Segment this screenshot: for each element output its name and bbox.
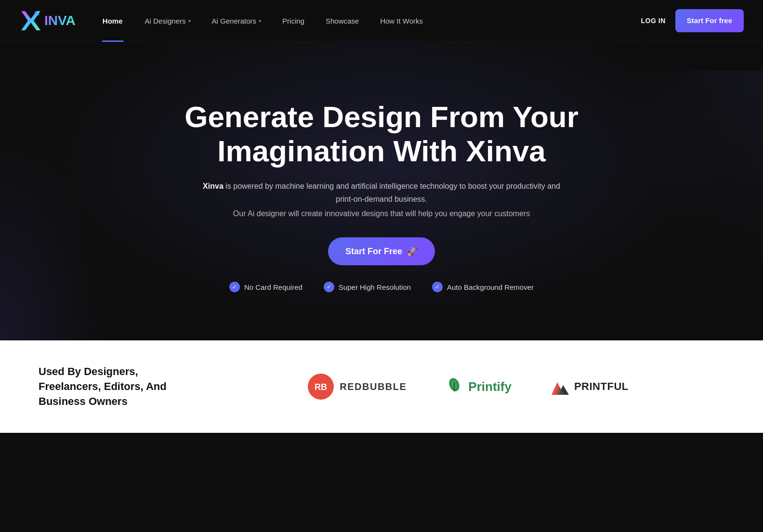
redbubble-icon: RB [308, 374, 334, 400]
nav-item-pricing[interactable]: Pricing [272, 0, 315, 42]
badge-high-res-text: Super High Resolution [339, 283, 411, 291]
hero-brand-name: Xinva [203, 182, 224, 190]
badge-high-res: ✓ Super High Resolution [324, 282, 411, 292]
badge-bg-remover: ✓ Auto Background Remover [432, 282, 534, 292]
partner-printify: Printify [445, 377, 512, 396]
hero-title: Generate Design From Your Imagination Wi… [165, 100, 598, 169]
partners-heading: Used By Designers, Freelancers, Editors,… [39, 364, 173, 409]
hero-subtitle-text: is powered by machine learning and artif… [224, 182, 560, 203]
printify-name: Printify [468, 379, 512, 394]
nav-item-how-it-works[interactable]: How It Works [369, 0, 434, 42]
printify-logo-svg [446, 378, 463, 395]
printify-icon [445, 377, 463, 396]
chevron-down-icon: ▾ [259, 18, 261, 24]
partners-section: Used By Designers, Freelancers, Editors,… [0, 340, 763, 433]
hero-badges: ✓ No Card Required ✓ Super High Resoluti… [229, 282, 534, 292]
partner-printful: PRINTFUL [550, 377, 629, 396]
nav-item-ai-generators[interactable]: Ai Generators ▾ [201, 0, 272, 42]
check-icon-no-card: ✓ [229, 282, 240, 292]
badge-bg-remover-text: Auto Background Remover [447, 283, 534, 291]
svg-text:RB: RB [315, 382, 327, 392]
hero-cta-button[interactable]: Start For Free 🚀 [328, 237, 435, 265]
redbubble-logo-svg: RB [314, 379, 328, 394]
partners-logos: RB REDBUBBLE Printify [212, 374, 724, 400]
hero-section: Generate Design From Your Imagination Wi… [0, 42, 763, 340]
partner-redbubble: RB REDBUBBLE [308, 374, 407, 400]
hero-deco-right [628, 71, 763, 273]
nav-links: Home Ai Designers ▾ Ai Generators ▾ Pric… [91, 0, 631, 42]
hero-deco-left [0, 124, 106, 340]
login-button[interactable]: LOG IN [631, 17, 675, 25]
printful-icon [550, 377, 569, 396]
start-free-button[interactable]: Start For free [675, 9, 744, 32]
nav-item-home[interactable]: Home [91, 0, 134, 42]
redbubble-name: REDBUBBLE [340, 381, 407, 392]
rocket-icon: 🚀 [407, 246, 418, 257]
navbar: INVA Home Ai Designers ▾ Ai Generators ▾… [0, 0, 763, 42]
svg-point-2 [35, 11, 37, 13]
nav-item-showcase[interactable]: Showcase [315, 0, 369, 42]
svg-point-1 [36, 13, 39, 15]
logo-text: INVA [44, 13, 76, 28]
printful-name: PRINTFUL [574, 380, 629, 393]
logo-icon [19, 9, 42, 32]
printful-logo-svg [551, 377, 569, 396]
check-icon-bg-remover: ✓ [432, 282, 443, 292]
hero-deco-circle [633, 42, 763, 172]
hero-subtitle: Xinva is powered by machine learning and… [194, 180, 569, 206]
logo[interactable]: INVA [19, 9, 76, 32]
check-icon-high-res: ✓ [324, 282, 334, 292]
hero-cta-label: Start For Free [345, 247, 402, 257]
badge-no-card: ✓ No Card Required [229, 282, 303, 292]
hero-subtitle2: Our Ai designer will create innovative d… [233, 209, 530, 218]
chevron-down-icon: ▾ [188, 18, 191, 24]
badge-no-card-text: No Card Required [244, 283, 303, 291]
nav-item-ai-designers[interactable]: Ai Designers ▾ [134, 0, 201, 42]
